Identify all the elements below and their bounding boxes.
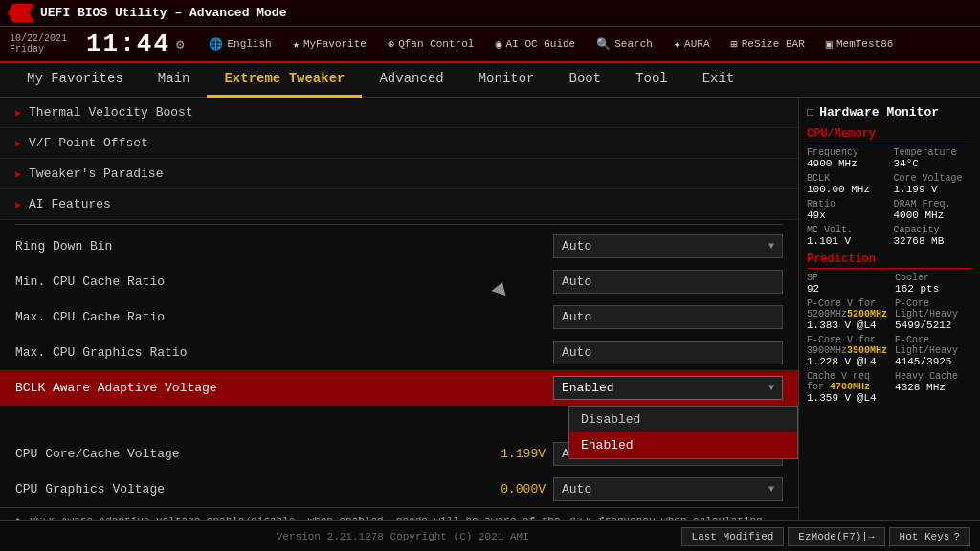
tool-resizebar-label: ReSize BAR [742, 38, 805, 50]
menu-group-vf: ▶ V/F Point Offset [0, 128, 798, 159]
tool-english-label: English [227, 38, 271, 50]
setting-max-cpu-cache[interactable]: Max. CPU Cache Ratio Auto [0, 299, 798, 335]
vf-arrow-icon: ▶ [15, 138, 21, 149]
hw-cell-capacity: Capacity 32768 MB [894, 225, 973, 247]
menu-ai-header[interactable]: ▶ AI Features [0, 189, 798, 219]
nav-exit[interactable]: Exit [685, 63, 752, 98]
setting-max-cpu-gfx[interactable]: Max. CPU Graphics Ratio Auto [0, 335, 798, 370]
day-display: Friday [10, 44, 77, 55]
bclk-aware-value: Enabled [562, 381, 614, 395]
bottom-bar: Version 2.21.1278 Copyright (C) 2021 AMI… [0, 520, 980, 551]
resizebar-icon: ⊞ [730, 37, 737, 52]
hot-keys-icon: ? [953, 531, 960, 542]
search-icon: 🔍 [596, 37, 611, 52]
tool-english[interactable]: 🌐 English [205, 35, 275, 54]
right-panel: □ Hardware Monitor CPU/Memory Frequency … [798, 98, 980, 520]
ring-down-bin-dropdown[interactable]: Auto ▼ [553, 234, 783, 258]
bclk-aware-arrow-icon: ▼ [768, 383, 774, 393]
tool-memtest[interactable]: ▣ MemTest86 [822, 35, 898, 54]
tool-search[interactable]: 🔍 Search [592, 35, 657, 54]
prediction-grid: SP 92 Cooler 162 pts P-Core V for 5200MH… [807, 273, 972, 404]
menu-vf-header[interactable]: ▶ V/F Point Offset [0, 128, 798, 158]
tool-search-label: Search [614, 38, 653, 50]
tweakers-arrow-icon: ▶ [15, 168, 21, 180]
nav-main[interactable]: Main [141, 63, 208, 98]
bclk-aware-dropdown[interactable]: Enabled ▼ [553, 376, 783, 400]
hw-cell-ecore-v-for: E-Core V for 3900MHz3900MHz 1.228 V @L4 [807, 335, 887, 367]
max-cpu-cache-dropdown[interactable]: Auto [553, 305, 783, 329]
thermal-label: Thermal Velocity Boost [29, 105, 193, 120]
info-text: BCLK Aware Adaptive Voltage enable/disab… [30, 516, 783, 520]
hw-cell-mc-volt: MC Volt. 1.101 V [807, 225, 886, 247]
cpu-gfx-voltage-arrow-icon: ▼ [768, 484, 774, 495]
menu-tweakers-header[interactable]: ▶ Tweaker's Paradise [0, 159, 798, 188]
hw-monitor-icon: □ [807, 106, 813, 120]
max-cpu-gfx-dropdown[interactable]: Auto [553, 341, 783, 364]
tool-aioc-label: AI OC Guide [506, 38, 576, 50]
hw-cell-heavy-cache: Heavy Cache 4328 MHz [895, 371, 972, 404]
min-cpu-cache-value: Auto [562, 275, 591, 289]
min-cpu-cache-label: Min. CPU Cache Ratio [15, 275, 553, 289]
nav-advanced[interactable]: Advanced [362, 63, 460, 98]
ai-arrow-icon: ▶ [15, 199, 21, 210]
bios-title: UEFI BIOS Utility – Advanced Mode [40, 6, 286, 20]
dropdown-disabled[interactable]: Disabled [569, 407, 797, 432]
tool-myfavorite[interactable]: ★ MyFavorite [289, 35, 370, 54]
date-display: 10/22/2021 [10, 33, 77, 44]
setting-ring-down-bin[interactable]: Ring Down Bin Auto ▼ [0, 229, 798, 264]
ai-label: AI Features [29, 197, 111, 211]
hw-monitor-title: □ Hardware Monitor [807, 105, 972, 120]
nav-tool[interactable]: Tool [618, 63, 685, 98]
tool-memtest-label: MemTest86 [836, 38, 893, 50]
last-modified-button[interactable]: Last Modified [681, 527, 785, 546]
min-cpu-cache-dropdown[interactable]: Auto [553, 270, 783, 294]
qfan-icon: ⊕ [388, 37, 394, 52]
ring-down-bin-arrow-icon: ▼ [768, 241, 774, 252]
cpu-memory-grid: Frequency 4900 MHz Temperature 34°C BCLK… [807, 147, 972, 247]
cpu-memory-section: CPU/Memory [807, 127, 972, 143]
top-tools-row: 🌐 English ★ MyFavorite ⊕ Qfan Control ◉ … [205, 35, 970, 54]
nav-my-favorites[interactable]: My Favorites [10, 63, 141, 98]
tool-resizebar[interactable]: ⊞ ReSize BAR [726, 35, 808, 54]
tool-aura[interactable]: ✦ AURA [670, 35, 714, 54]
last-modified-label: Last Modified [692, 531, 774, 542]
thermal-arrow-icon: ▶ [15, 107, 21, 119]
cpu-gfx-voltage-value: Auto [562, 482, 591, 496]
menu-thermal-header[interactable]: ▶ Thermal Velocity Boost [0, 98, 798, 127]
setting-min-cpu-cache[interactable]: Min. CPU Cache Ratio Auto [0, 264, 798, 299]
tool-qfan-label: Qfan Control [398, 38, 474, 50]
vf-label: V/F Point Offset [29, 136, 148, 150]
hw-cell-core-voltage: Core Voltage 1.199 V [894, 173, 973, 195]
hw-cell-cache-v: Cache V req for 4700MHz 1.359 V @L4 [807, 371, 887, 404]
tool-qfan[interactable]: ⊕ Qfan Control [384, 35, 478, 54]
max-cpu-gfx-label: Max. CPU Graphics Ratio [15, 345, 553, 360]
dropdown-enabled[interactable]: Enabled [569, 432, 797, 458]
menu-group-ai: ▶ AI Features [0, 189, 798, 220]
setting-bclk-aware[interactable]: BCLK Aware Adaptive Voltage Enabled ▼ [0, 370, 798, 406]
menu-group-tweakers: ▶ Tweaker's Paradise [0, 159, 798, 189]
cpu-gfx-voltage-label: CPU Graphics Voltage [15, 482, 469, 496]
nav-monitor[interactable]: Monitor [461, 63, 552, 98]
hw-cell-pcore-lh: P-Core Light/Heavy 5499/5212 [895, 298, 972, 331]
time-settings-icon[interactable]: ⚙ [176, 36, 186, 53]
hw-cell-frequency: Frequency 4900 MHz [807, 147, 886, 169]
memtest-icon: ▣ [826, 37, 833, 52]
cpu-core-voltage-small: 1.199V [469, 447, 546, 461]
ez-mode-button[interactable]: EzMode(F7)|→ [788, 527, 884, 546]
hw-cell-ecore-lh: E-Core Light/Heavy 4145/3925 [895, 335, 972, 367]
tool-myfavorite-label: MyFavorite [303, 38, 367, 50]
version-text: Version 2.21.1278 Copyright (C) 2021 AMI [124, 531, 681, 542]
hot-keys-button[interactable]: Hot Keys ? [889, 527, 970, 546]
tool-aioc[interactable]: ◉ AI OC Guide [491, 35, 579, 54]
aura-icon: ✦ [674, 37, 680, 52]
hw-cell-bclk: BCLK 100.00 MHz [807, 173, 886, 195]
nav-boot[interactable]: Boot [552, 63, 619, 98]
time-value: 11:44 [86, 30, 170, 58]
hw-cell-cooler: Cooler 162 pts [895, 273, 972, 295]
hw-cell-ratio: Ratio 49x [807, 199, 886, 221]
main-nav: My Favorites Main Extreme Tweaker Advanc… [0, 63, 980, 98]
bclk-aware-container: BCLK Aware Adaptive Voltage Enabled ▼ Di… [0, 370, 798, 406]
nav-extreme-tweaker[interactable]: Extreme Tweaker [207, 63, 362, 98]
cpu-gfx-voltage-dropdown[interactable]: Auto ▼ [553, 477, 783, 501]
setting-cpu-gfx-voltage[interactable]: CPU Graphics Voltage 0.000V Auto ▼ [0, 472, 798, 507]
